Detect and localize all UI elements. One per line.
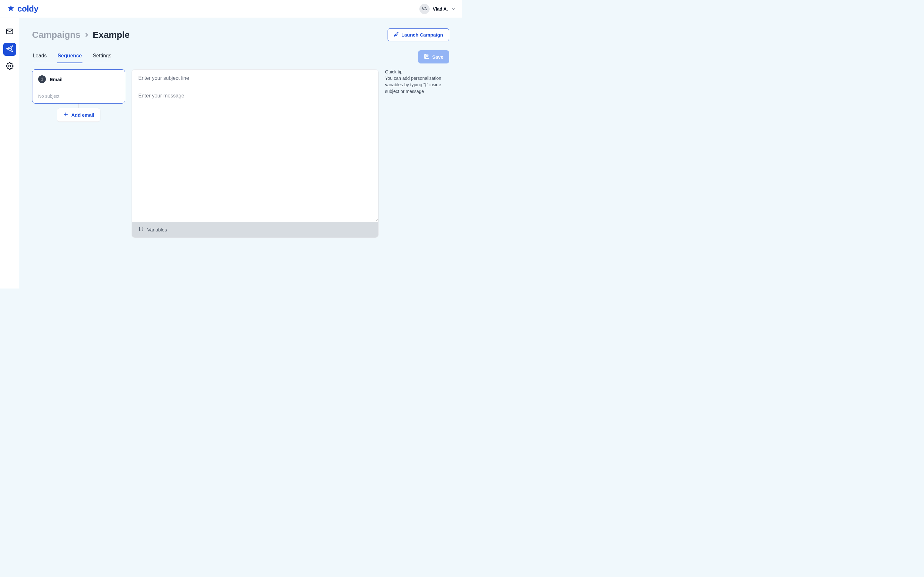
breadcrumb-current: Example xyxy=(93,30,129,40)
tab-sequence[interactable]: Sequence xyxy=(57,51,83,63)
save-button[interactable]: Save xyxy=(418,50,449,63)
save-label: Save xyxy=(432,54,443,60)
add-email-button[interactable]: Add email xyxy=(57,108,100,122)
breadcrumb: Campaigns Example xyxy=(32,30,129,40)
save-icon xyxy=(424,53,430,60)
gear-icon xyxy=(6,62,13,71)
user-menu[interactable]: VA Vlad A. xyxy=(419,4,456,14)
user-name: Vlad A. xyxy=(433,6,448,11)
sequence-steps: 1 Email No subject Add email xyxy=(32,69,125,122)
variables-label: Variables xyxy=(147,227,167,232)
subject-input[interactable] xyxy=(132,69,378,87)
sidebar xyxy=(0,18,19,288)
variables-button[interactable]: Variables xyxy=(132,222,378,237)
logo-icon xyxy=(6,5,15,13)
launch-campaign-label: Launch Campaign xyxy=(401,32,443,37)
plus-icon xyxy=(63,111,69,118)
chevron-down-icon xyxy=(451,7,456,11)
braces-icon xyxy=(138,226,144,233)
launch-campaign-button[interactable]: Launch Campaign xyxy=(388,28,449,41)
avatar: VA xyxy=(419,4,430,14)
chevron-right-icon xyxy=(83,31,90,39)
sidebar-item-inbox[interactable] xyxy=(3,26,16,39)
message-input[interactable] xyxy=(132,87,378,222)
step-subject-preview: No subject xyxy=(32,89,125,103)
quick-tip: Quick tip: You can add personalisation v… xyxy=(385,69,449,95)
email-editor: Variables xyxy=(132,69,379,238)
mail-icon xyxy=(5,27,14,37)
step-type: Email xyxy=(50,77,63,82)
tabs: Leads Sequence Settings xyxy=(32,51,112,63)
send-icon xyxy=(5,45,14,54)
step-card[interactable]: 1 Email No subject xyxy=(32,69,125,103)
sidebar-item-campaigns[interactable] xyxy=(3,43,16,56)
step-header: 1 Email xyxy=(32,69,125,89)
tip-title: Quick tip: xyxy=(385,69,449,74)
tab-settings[interactable]: Settings xyxy=(92,51,112,63)
step-connector xyxy=(78,103,79,108)
rocket-icon xyxy=(394,32,399,38)
add-email-label: Add email xyxy=(71,112,94,118)
sidebar-item-settings[interactable] xyxy=(3,60,16,73)
logo[interactable]: coldy xyxy=(6,4,38,14)
breadcrumb-root[interactable]: Campaigns xyxy=(32,30,81,40)
logo-text: coldy xyxy=(17,4,38,14)
tip-text: You can add personalisation variables by… xyxy=(385,75,449,95)
app-header: coldy VA Vlad A. xyxy=(0,0,462,18)
svg-point-2 xyxy=(9,65,11,67)
step-number: 1 xyxy=(38,75,46,83)
tab-leads[interactable]: Leads xyxy=(32,51,47,63)
main-content: Campaigns Example Launch Campaign xyxy=(19,18,462,288)
